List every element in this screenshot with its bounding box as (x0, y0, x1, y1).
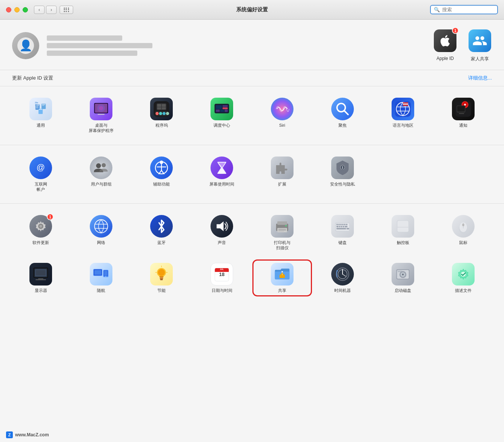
pref-sharing[interactable]: ! 共享 (254, 261, 311, 295)
svg-rect-17 (98, 114, 104, 115)
pref-users[interactable]: 用户与群组 (72, 154, 130, 195)
svg-rect-55 (459, 113, 464, 114)
detail-link[interactable]: 详细信息... (468, 75, 492, 81)
svg-text:@: @ (37, 162, 45, 172)
search-box[interactable]: 🔍 (430, 5, 498, 14)
svg-rect-104 (397, 221, 408, 232)
svg-rect-100 (345, 226, 347, 227)
pref-printer[interactable]: 打印机与扫描仪 (254, 213, 311, 253)
svg-rect-118 (94, 270, 101, 275)
internet-label: 互联网帐户 (35, 181, 47, 192)
svg-rect-91 (338, 224, 340, 226)
apple-id-action[interactable]: 1 Apple ID (433, 29, 457, 61)
forward-button[interactable]: › (46, 6, 57, 14)
timemachine-label: 时间机器 (334, 288, 351, 293)
pref-startup[interactable]: 启动磁盘 (374, 261, 432, 295)
pref-timemachine[interactable]: 时间机器 (314, 261, 371, 295)
svg-rect-46 (403, 104, 408, 105)
pref-accessibility[interactable]: 辅助功能 (133, 154, 190, 195)
svg-point-140 (281, 271, 283, 273)
pref-siri[interactable]: Siri (254, 95, 311, 136)
svg-point-52 (464, 104, 466, 106)
titlebar: ‹ › 系统偏好设置 🔍 (0, 0, 504, 20)
pref-mission[interactable]: 调度中心 (193, 95, 250, 136)
pref-security[interactable]: 安全性与隐私 (314, 154, 371, 195)
pref-extensions[interactable]: 扩展 (254, 154, 311, 195)
network-label: 网络 (97, 240, 105, 245)
icons-section-1: File New Ope 通用 (0, 86, 504, 145)
profile-left: 👤 (12, 32, 152, 59)
family-sharing-icon (469, 29, 491, 52)
pref-general[interactable]: File New Ope 通用 (12, 95, 69, 136)
apple-id-label[interactable]: Apple ID (436, 56, 454, 61)
energy-label: 节能 (157, 288, 166, 293)
pref-notification[interactable]: 通知 (435, 95, 492, 136)
pref-internet[interactable]: @ 互联网帐户 (12, 154, 69, 195)
software-badge: 1 (47, 213, 54, 220)
svg-point-22 (163, 112, 166, 115)
spotlight-label: 聚焦 (338, 123, 347, 128)
grid-view-button[interactable] (60, 6, 73, 14)
svg-rect-25 (157, 104, 161, 107)
pref-display[interactable]: 显示器 (12, 261, 69, 295)
svg-line-145 (343, 274, 346, 276)
svg-point-23 (166, 112, 169, 115)
pref-handoff[interactable]: 随航 (72, 261, 130, 295)
notification-label: 通知 (459, 123, 467, 128)
search-input[interactable] (442, 7, 494, 12)
svg-rect-34 (216, 109, 220, 112)
minimize-button[interactable] (14, 7, 20, 12)
pref-spotlight[interactable]: 聚焦 (314, 95, 371, 136)
pref-trackpad[interactable]: 触控板 (374, 213, 432, 253)
pref-keyboard[interactable]: 键盘 (314, 213, 371, 253)
dock-label: 程序坞 (155, 123, 168, 128)
icons-section-2: @ 互联网帐户 用户与群组 (0, 145, 504, 204)
pref-dock[interactable]: 程序坞 (133, 95, 190, 136)
back-button[interactable]: ‹ (34, 6, 45, 14)
pref-energy[interactable]: 节能 (133, 261, 190, 295)
family-sharing-label[interactable]: 家人共享 (471, 56, 489, 62)
close-button[interactable] (6, 7, 11, 12)
pref-bluetooth[interactable]: 蓝牙 (133, 213, 190, 253)
update-banner: 更新 Apple ID 设置 详细信息... (0, 70, 504, 86)
pref-sound[interactable]: 声音 (193, 213, 250, 253)
svg-rect-126 (160, 278, 163, 279)
svg-rect-98 (341, 226, 343, 227)
pref-language[interactable]: 语言与地区 (374, 95, 432, 136)
svg-rect-3 (36, 107, 39, 107)
main-content: 👤 1 Apple ID (0, 20, 504, 442)
pref-network[interactable]: 网络 (72, 213, 130, 253)
svg-rect-92 (340, 224, 342, 226)
svg-rect-31 (216, 105, 222, 109)
keyboard-label: 键盘 (338, 240, 347, 245)
svg-point-16 (99, 106, 103, 110)
svg-point-87 (285, 225, 287, 227)
profile-email-blurred (47, 43, 152, 48)
svg-text:JUL: JUL (220, 268, 224, 270)
sharing-label: 共享 (278, 288, 286, 293)
profiles-icon (452, 263, 475, 285)
pref-mouse[interactable]: 鼠标 (435, 213, 492, 253)
svg-point-59 (101, 163, 106, 167)
grid-dots-icon (64, 8, 69, 12)
profiles-label: 描述文件 (455, 288, 472, 293)
pref-software[interactable]: 1 软件更新 (12, 213, 69, 253)
avatar: 👤 (12, 32, 39, 59)
spotlight-icon (331, 98, 354, 120)
fullscreen-button[interactable] (23, 7, 28, 12)
svg-rect-95 (346, 224, 347, 226)
svg-text:Ope: Ope (35, 105, 37, 106)
sound-icon (211, 215, 233, 238)
screentime-icon (211, 157, 233, 179)
pref-screentime[interactable]: 屏幕使用时间 (193, 154, 250, 195)
users-label: 用户与群组 (91, 181, 112, 187)
pref-datetime[interactable]: JUL 18 日期与时间 (193, 261, 250, 295)
family-sharing-action[interactable]: 家人共享 (468, 29, 492, 62)
svg-rect-36 (224, 109, 227, 112)
pref-profiles[interactable]: 描述文件 (435, 261, 492, 295)
network-icon (90, 215, 112, 238)
svg-rect-70 (342, 167, 343, 169)
security-icon (331, 157, 354, 179)
desktop-icon (90, 98, 112, 120)
pref-desktop[interactable]: 桌面与屏幕保护程序 (72, 95, 130, 136)
